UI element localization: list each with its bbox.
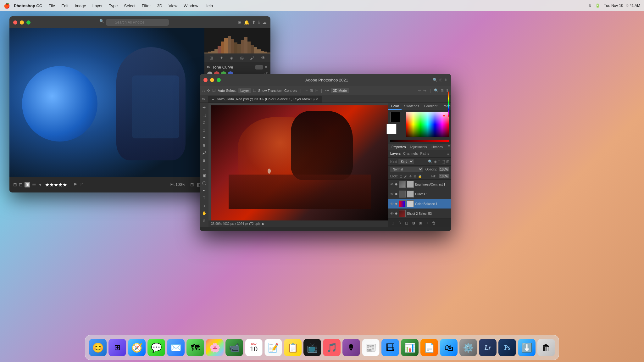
menubar-edit[interactable]: Edit xyxy=(59,3,71,9)
ps-tab-close-icon[interactable]: ✕ xyxy=(316,97,319,101)
ps-3d-mode-btn[interactable]: 3D Mode xyxy=(331,88,349,93)
lr-close-button[interactable] xyxy=(13,20,17,25)
ps-layers-tab[interactable]: Layers xyxy=(390,150,401,157)
ps-eyedropper-tool[interactable]: ✦ xyxy=(201,134,208,141)
menubar-select[interactable]: Select xyxy=(121,3,138,9)
dock-facetime[interactable]: 📹 xyxy=(225,339,243,356)
lr-panel-icon-redeye[interactable]: 👁 xyxy=(261,55,265,60)
ps-zoom-tool-left[interactable]: ⊕ xyxy=(201,217,208,224)
ps-search-title-icon[interactable]: 🔍 xyxy=(433,78,437,82)
ps-channels-tab[interactable]: Channels xyxy=(403,150,418,157)
ps-lasso-tool[interactable]: ⊙ xyxy=(201,119,208,126)
lr-filmstrip-icon[interactable]: ⊞ xyxy=(190,182,194,187)
apple-menu[interactable]: 🍎 xyxy=(4,3,10,9)
dock-calendar[interactable]: NOV 10 xyxy=(245,339,263,356)
ps-tab-expand-icon[interactable]: ≫ xyxy=(202,97,206,101)
ps-delete-layer-btn[interactable]: 🗑 xyxy=(431,220,437,226)
ps-eraser-tool[interactable]: ◻ xyxy=(201,164,208,171)
ps-maximize-button[interactable] xyxy=(217,78,221,82)
lr-maximize-button[interactable] xyxy=(26,20,31,25)
ps-move-tool[interactable]: ✛ xyxy=(201,104,208,111)
ps-layer-colorbalance[interactable]: 👁 Color Balance 1 xyxy=(388,199,451,209)
ps-link-layers-btn[interactable]: ⊞ xyxy=(390,220,396,226)
ps-layers-menu-icon[interactable]: ≡ xyxy=(447,150,449,157)
dock-news[interactable]: 📰 xyxy=(362,339,380,356)
dock-launchpad[interactable]: ⊞ xyxy=(108,339,126,356)
menubar-view[interactable]: View xyxy=(166,3,180,9)
ps-clone-tool[interactable]: ⊞ xyxy=(201,157,208,164)
ps-opacity-value[interactable]: 100% xyxy=(439,167,449,171)
ps-autoselect-dropdown[interactable]: Layer xyxy=(238,88,251,93)
ps-layer-vis-brightness[interactable]: 👁 xyxy=(390,182,394,186)
ps-more-options-icon[interactable]: ••• xyxy=(325,88,329,93)
ps-redo-icon[interactable]: ↪ xyxy=(423,88,426,93)
lr-flag-icon[interactable]: ⚑ xyxy=(73,182,77,187)
menubar-type[interactable]: Type xyxy=(106,3,120,9)
ps-move-tool-icon[interactable]: ✛ xyxy=(207,88,210,93)
tone-curve-toggle[interactable] xyxy=(255,65,263,70)
menubar-app-name[interactable]: Photoshop CC xyxy=(14,3,42,8)
ps-transform-checkbox[interactable]: ☐ xyxy=(253,88,256,93)
ps-lock-all-icon[interactable]: 🔒 xyxy=(418,175,422,178)
ps-share-title-icon[interactable]: ⬆ xyxy=(444,78,447,82)
lr-star-rating[interactable]: ★★★★★ xyxy=(45,182,67,188)
dock-photos[interactable]: 🌸 xyxy=(206,339,224,356)
dock-music[interactable]: 🎵 xyxy=(323,339,341,356)
ps-layer-curves[interactable]: 👁 Curves 1 xyxy=(388,189,451,199)
ps-lock-artboard-icon[interactable]: ⊞ xyxy=(414,175,416,178)
ps-dodge-tool[interactable]: ◯ xyxy=(201,180,208,187)
dock-podcasts[interactable]: 🎙 xyxy=(342,339,360,356)
ps-add-mask-btn[interactable]: ◻ xyxy=(404,220,409,226)
lr-panel-icon-grad[interactable]: ◈ xyxy=(230,55,233,60)
lr-bell-icon[interactable]: 🔔 xyxy=(244,20,249,25)
ps-filter-smart-icon[interactable]: ⊞ xyxy=(446,159,449,164)
ps-layer-brightness[interactable]: 👁 Brightness/Contrast 1 xyxy=(388,180,451,189)
ps-zoom-icon[interactable]: 🔍 xyxy=(434,88,439,93)
ps-paths-tab[interactable]: Paths xyxy=(420,150,429,157)
lr-cloud-icon[interactable]: ☁ xyxy=(262,20,267,25)
ps-minimize-button[interactable] xyxy=(210,78,214,82)
ps-tab-swatches[interactable]: Swatches xyxy=(402,103,422,110)
ps-tab-libraries[interactable]: Libraries xyxy=(429,144,445,150)
lr-grid-view-btn[interactable]: ⊞ xyxy=(13,182,17,187)
ps-properties-menu-icon[interactable]: ≡ xyxy=(448,144,450,150)
menubar-3d[interactable]: 3D xyxy=(155,3,165,9)
ps-tab-color[interactable]: Color xyxy=(388,103,402,110)
ps-undo-icon[interactable]: ↩ xyxy=(418,88,421,93)
ps-pen-tool[interactable]: ✒ xyxy=(201,187,208,194)
ps-add-style-btn[interactable]: fx xyxy=(397,220,402,226)
ps-layer-vis-photo[interactable]: 👁 xyxy=(390,212,394,215)
lr-search-input[interactable] xyxy=(106,19,169,26)
dock-appletv[interactable]: 📺 xyxy=(303,339,321,356)
ps-red-channel-slider[interactable] xyxy=(390,140,449,142)
ps-align-center-icon[interactable]: ⊞ xyxy=(310,88,313,93)
dock-lightroom[interactable]: Lr xyxy=(479,339,497,356)
ps-tab-properties[interactable]: Properties xyxy=(390,144,408,150)
dock-numbers[interactable]: 📊 xyxy=(401,339,419,356)
ps-gradient-tool[interactable]: ▣ xyxy=(201,172,208,179)
ps-filter-type-icon[interactable]: T xyxy=(438,159,440,164)
ps-new-group-btn[interactable]: ▣ xyxy=(418,220,424,226)
ps-background-color[interactable] xyxy=(386,124,397,134)
dock-reminders[interactable]: 📝 xyxy=(264,339,282,356)
ps-align-right-icon[interactable]: ⊫ xyxy=(315,88,318,93)
ps-filter-lock-icon[interactable]: 🔍 xyxy=(428,159,433,164)
ps-filter-adjustment-icon[interactable]: ◈ xyxy=(434,159,437,164)
lr-flag2-icon[interactable]: ⚐ xyxy=(80,182,84,187)
ps-lock-position-icon[interactable]: ✛ xyxy=(409,175,412,178)
ps-layer-vis-colorbalance[interactable]: 👁 xyxy=(390,202,394,206)
ps-color-spectrum[interactable] xyxy=(406,112,449,137)
menubar-filter[interactable]: Filter xyxy=(139,3,153,9)
ps-arrange-icon[interactable]: ⊞ xyxy=(439,78,442,82)
dock-appstore[interactable]: 🛍 xyxy=(440,339,458,356)
ps-tab-patterns[interactable]: Patterns xyxy=(440,103,451,110)
lr-panel-icon-crop[interactable]: ⊞ xyxy=(209,55,213,60)
ps-new-fill-btn[interactable]: ◑ xyxy=(411,220,416,226)
ps-foreground-color[interactable] xyxy=(390,112,400,122)
dock-sysprefs[interactable]: ⚙️ xyxy=(459,339,477,356)
ps-marquee-tool[interactable]: ⬚ xyxy=(201,112,208,119)
lr-grid-view2-btn[interactable]: ⊟ xyxy=(19,182,23,187)
dock-maps[interactable]: 🗺 xyxy=(186,339,204,356)
dock-downloads[interactable]: ⬇️ xyxy=(518,339,536,356)
dock-mail[interactable]: ✉️ xyxy=(167,339,185,356)
